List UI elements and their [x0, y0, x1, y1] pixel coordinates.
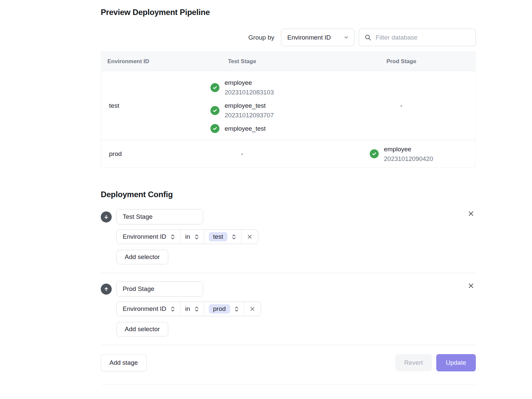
- remove-selector-button[interactable]: [244, 302, 261, 316]
- bottom-divider: [101, 384, 476, 384]
- updown-chevron-icon: [231, 233, 236, 240]
- pipeline-table: Environment ID Test Stage Prod Stage tes…: [101, 52, 476, 168]
- add-stage-button[interactable]: Add stage: [101, 354, 147, 371]
- selector-key-select[interactable]: Environment ID: [117, 302, 180, 316]
- updown-chevron-icon: [170, 233, 175, 240]
- selector-key-value: Environment ID: [123, 233, 166, 240]
- task-item[interactable]: employee 20231012083103: [210, 78, 274, 97]
- success-check-icon: [210, 83, 219, 92]
- prod-stage-cell: employee 20231012090420: [327, 140, 475, 167]
- selector-rule: Environment ID in test: [116, 229, 258, 244]
- selector-value-select[interactable]: test: [204, 230, 241, 244]
- column-header-environment-id: Environment ID: [101, 58, 157, 65]
- arrow-down-circle-icon: [101, 211, 112, 222]
- task-database-name: employee: [225, 78, 274, 87]
- page-title: Preview Deployment Pipeline: [101, 8, 476, 17]
- update-button[interactable]: Update: [436, 354, 476, 371]
- environment-id-cell: test: [101, 71, 157, 140]
- task-database-name: employee: [384, 144, 433, 154]
- selector-key-select[interactable]: Environment ID: [117, 230, 180, 244]
- table-row: prod - employee 20231012090420: [101, 140, 475, 167]
- selector-key-value: Environment ID: [123, 305, 166, 313]
- selector-operator-value: in: [185, 233, 190, 240]
- remove-selector-button[interactable]: [241, 230, 258, 244]
- remove-stage-button[interactable]: [466, 209, 476, 218]
- group-by-label: Group by: [248, 34, 274, 41]
- success-check-icon: [210, 106, 219, 115]
- stage-config-test: Environment ID in test: [101, 209, 476, 264]
- selector-value-pill: test: [209, 232, 228, 241]
- task-database-name: employee_test: [225, 101, 274, 110]
- footer-divider: [101, 345, 476, 345]
- group-by-select[interactable]: Environment ID: [281, 29, 354, 46]
- updown-chevron-icon: [194, 233, 199, 240]
- search-icon: [364, 34, 371, 41]
- task-version: 20231012083103: [225, 87, 274, 97]
- pipeline-toolbar: Group by Environment ID: [101, 29, 476, 46]
- selector-rule: Environment ID in prod: [116, 302, 261, 316]
- task-version: 20231012093707: [225, 110, 274, 120]
- test-stage-cell: employee 20231012083103 employee_test 20…: [157, 71, 327, 140]
- prod-stage-cell-empty: -: [327, 71, 475, 140]
- selector-value-pill: prod: [209, 304, 230, 314]
- task-item[interactable]: employee 20231012090420: [370, 144, 433, 164]
- selector-operator-value: in: [185, 305, 190, 313]
- stage-name-input[interactable]: [116, 281, 203, 297]
- environment-id-cell: prod: [101, 140, 157, 167]
- selector-operator-select[interactable]: in: [180, 302, 204, 316]
- selector-value-select[interactable]: prod: [204, 302, 244, 316]
- success-check-icon: [210, 124, 219, 133]
- table-row: test employee 20231012083103: [101, 71, 475, 140]
- task-item[interactable]: employee_test: [210, 124, 266, 133]
- stage-divider: [101, 273, 476, 273]
- group-by-selected-value: Environment ID: [287, 34, 331, 41]
- stage-config-prod: Environment ID in prod: [101, 281, 476, 336]
- filter-database-search[interactable]: [359, 29, 476, 46]
- chevron-down-icon: [343, 35, 349, 40]
- column-header-prod-stage: Prod Stage: [327, 58, 475, 65]
- task-item[interactable]: employee_test 20231012093707: [210, 101, 274, 120]
- test-stage-cell-empty: -: [157, 140, 327, 167]
- config-footer: Add stage Revert Update: [101, 354, 476, 371]
- remove-stage-button[interactable]: [466, 281, 476, 291]
- updown-chevron-icon: [234, 306, 239, 313]
- column-header-test-stage: Test Stage: [157, 58, 327, 65]
- add-selector-button[interactable]: Add selector: [116, 250, 168, 264]
- add-selector-button[interactable]: Add selector: [116, 322, 168, 336]
- selector-operator-select[interactable]: in: [180, 230, 204, 244]
- updown-chevron-icon: [194, 306, 199, 313]
- updown-chevron-icon: [170, 306, 175, 313]
- task-version: 20231012090420: [384, 154, 433, 164]
- revert-button[interactable]: Revert: [395, 354, 432, 371]
- stage-name-input[interactable]: [116, 209, 203, 224]
- main-content: Preview Deployment Pipeline Group by Env…: [101, 0, 476, 384]
- task-database-name: employee_test: [225, 124, 266, 133]
- success-check-icon: [370, 149, 379, 158]
- pipeline-table-header: Environment ID Test Stage Prod Stage: [101, 52, 475, 71]
- arrow-up-circle-icon: [101, 284, 112, 295]
- test-stage-task-list: employee 20231012083103 employee_test 20…: [210, 71, 274, 140]
- search-input[interactable]: [375, 34, 470, 42]
- deployment-config-title: Deployment Config: [101, 190, 476, 199]
